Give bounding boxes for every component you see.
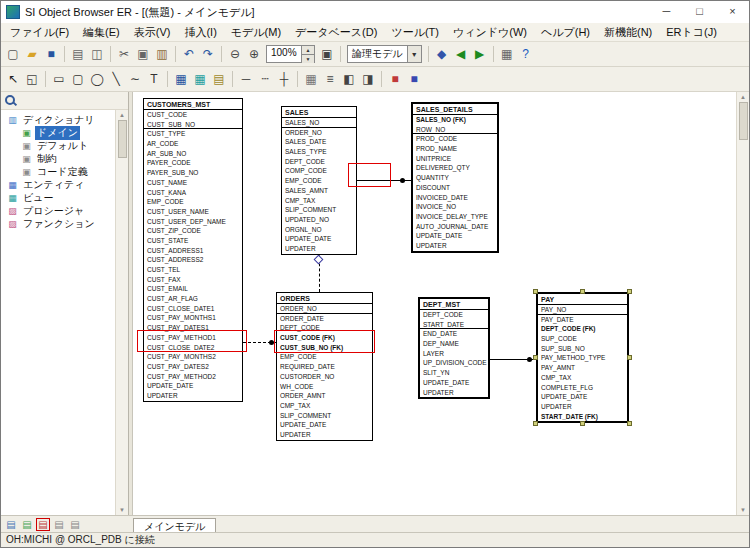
view-toggle-list-icon[interactable]: ▤ — [52, 518, 66, 531]
new-window-icon[interactable]: ▦ — [498, 45, 516, 63]
rect-tool-icon[interactable]: ▭ — [50, 70, 68, 88]
redo-icon[interactable]: ↷ — [199, 45, 217, 63]
spinner-up-icon[interactable]: ▲ — [302, 46, 314, 54]
entity-dept_mst[interactable]: DEPT_MSTDEPT_CODESTART_DATEEND_DATEDEP_N… — [418, 297, 490, 399]
entity-customers_mst[interactable]: CUSTOMERS_MSTCUST_CODECUST_SUB_NOCUST_TY… — [143, 98, 243, 402]
text-tool-icon[interactable]: T — [145, 70, 163, 88]
line-color-icon[interactable]: ■ — [405, 70, 423, 88]
selection-handle[interactable] — [533, 421, 538, 426]
align-icon[interactable]: ≡ — [321, 70, 339, 88]
selection-handle[interactable] — [580, 289, 585, 294]
view-toggle-diagram-icon[interactable]: ▤ — [20, 518, 34, 531]
identifying-rel-icon[interactable]: ─ — [237, 70, 255, 88]
open-file-icon[interactable]: ▰ — [23, 45, 41, 63]
selection-handle[interactable] — [627, 289, 632, 294]
fill-color-icon[interactable]: ■ — [386, 70, 404, 88]
maximize-button[interactable]: □ — [683, 1, 716, 23]
close-button[interactable]: × — [716, 1, 749, 23]
select-tool-icon[interactable]: ↖ — [4, 70, 22, 88]
menu-help[interactable]: ヘルプ(H) — [534, 23, 597, 42]
domain-marker-icon[interactable]: ◆ — [433, 45, 451, 63]
view-tool-icon[interactable]: ▦ — [191, 70, 209, 88]
menu-ertoko[interactable]: ERトコ(J) — [659, 23, 724, 42]
send-back-icon[interactable]: ◨ — [359, 70, 377, 88]
entity-sales_details[interactable]: SALES_DETAILSSALES_NO (FK)ROW_NOPROD_COD… — [411, 102, 499, 253]
tree-item-procedure[interactable]: ▨プロシージャ — [1, 204, 115, 217]
entity-name: CUSTOMERS_MST — [144, 99, 242, 110]
scroll-up-icon[interactable]: ▲ — [740, 92, 746, 102]
entity-pay[interactable]: PAYPAY_NOPAY_DATEDEPT_CODE (FK)SUP_CODES… — [536, 292, 629, 423]
selection-handle[interactable] — [627, 355, 632, 360]
print-icon[interactable]: ▤ — [69, 45, 87, 63]
scroll-up-icon[interactable]: ▲ — [119, 110, 125, 120]
zoom-combo[interactable]: 100%▲▼ — [266, 45, 315, 63]
titlebar[interactable]: SI Object Browser ER - [(無題) - メインモデル] ─… — [1, 1, 749, 23]
menu-edit[interactable]: 編集(E) — [76, 23, 127, 42]
tree-item-function[interactable]: ▨ファンクション — [1, 217, 115, 230]
rounded-rect-tool-icon[interactable]: ▢ — [69, 70, 87, 88]
selection-handle[interactable] — [533, 355, 538, 360]
zoom-spinner[interactable]: ▲▼ — [301, 46, 314, 62]
scroll-thumb[interactable] — [739, 102, 748, 140]
tree-item-domain[interactable]: ▣ドメイン — [1, 126, 115, 139]
entity-tool-icon[interactable]: ▦ — [172, 70, 190, 88]
tree-item-entity[interactable]: ▦エンティティ — [1, 178, 115, 191]
many-rel-icon[interactable]: ┼ — [275, 70, 293, 88]
view-toggle-model-icon[interactable]: ▤ — [4, 518, 18, 531]
save-icon[interactable]: ■ — [42, 45, 60, 63]
scroll-thumb[interactable] — [118, 120, 127, 158]
grid-icon[interactable]: ▦ — [302, 70, 320, 88]
non-identifying-rel-icon[interactable]: ┄ — [256, 70, 274, 88]
help-icon[interactable]: ? — [517, 45, 535, 63]
entity-sales[interactable]: SALESSALES_NOORDER_NOSALES_DATESALES_TYP… — [281, 106, 357, 255]
menu-database[interactable]: データベース(D) — [288, 23, 384, 42]
find-icon[interactable] — [4, 94, 17, 107]
menu-new-feature[interactable]: 新機能(N) — [597, 23, 659, 42]
model-type-combo[interactable]: 論理モデル▼ — [347, 45, 422, 63]
menu-model[interactable]: モデル(M) — [224, 23, 288, 42]
menu-insert[interactable]: 挿入(I) — [177, 23, 223, 42]
minimize-button[interactable]: ─ — [650, 1, 683, 23]
note-tool-icon[interactable]: ▤ — [210, 70, 228, 88]
line-tool-icon[interactable]: ╲ — [107, 70, 125, 88]
selection-handle[interactable] — [533, 289, 538, 294]
nav-forward-icon[interactable]: ▶ — [471, 45, 489, 63]
zoom-out-icon[interactable]: ⊖ — [226, 45, 244, 63]
entity-orders[interactable]: ORDERSORDER_NOORDER_DATEDEPT_CODECUST_CO… — [276, 292, 373, 441]
chevron-down-icon[interactable]: ▼ — [407, 46, 421, 62]
scroll-down-icon[interactable]: ▼ — [740, 505, 746, 515]
bring-front-icon[interactable]: ◧ — [340, 70, 358, 88]
tree-item-default[interactable]: ▣デフォルト — [1, 139, 115, 152]
zoom-in-icon[interactable]: ⊕ — [245, 45, 263, 63]
scroll-down-icon[interactable]: ▼ — [119, 505, 125, 515]
zoom-fit-icon[interactable]: ▣ — [318, 45, 336, 63]
tab-main-model[interactable]: メインモデル — [133, 518, 216, 532]
canvas-vscrollbar[interactable]: ▲ ▼ — [736, 92, 749, 515]
tree-item-constraint[interactable]: ▣制約 — [1, 152, 115, 165]
paste-icon[interactable]: ▥ — [153, 45, 171, 63]
tree-item-dictionary[interactable]: ▥ディクショナリ — [1, 113, 115, 126]
cut-icon[interactable]: ✂ — [115, 45, 133, 63]
undo-icon[interactable]: ↶ — [180, 45, 198, 63]
view-toggle-detail-icon[interactable]: ▤ — [68, 518, 82, 531]
ellipse-tool-icon[interactable]: ◯ — [88, 70, 106, 88]
sidebar-scrollbar[interactable]: ▲ ▼ — [115, 110, 128, 515]
menu-file[interactable]: ファイル(F) — [3, 23, 76, 42]
menu-tools[interactable]: ツール(T) — [384, 23, 446, 42]
menu-window[interactable]: ウィンドウ(W) — [446, 23, 534, 42]
er-canvas[interactable]: CUSTOMERS_MSTCUST_CODECUST_SUB_NOCUST_TY… — [133, 92, 736, 515]
zoom-region-icon[interactable]: ◱ — [23, 70, 41, 88]
tree-item-code-def[interactable]: ▣コード定義 — [1, 165, 115, 178]
nav-back-icon[interactable]: ◀ — [452, 45, 470, 63]
curve-tool-icon[interactable]: ∼ — [126, 70, 144, 88]
view-toggle-current-icon[interactable]: ▤ — [36, 518, 50, 531]
entity-attribute: DELIVERED_QTY — [413, 163, 497, 173]
menu-view[interactable]: 表示(V) — [127, 23, 178, 42]
selection-handle[interactable] — [580, 421, 585, 426]
print-preview-icon[interactable]: ◫ — [88, 45, 106, 63]
selection-handle[interactable] — [627, 421, 632, 426]
spinner-down-icon[interactable]: ▼ — [302, 54, 314, 63]
tree-item-view[interactable]: ▦ビュー — [1, 191, 115, 204]
new-file-icon[interactable]: ▢ — [4, 45, 22, 63]
copy-icon[interactable]: ▣ — [134, 45, 152, 63]
